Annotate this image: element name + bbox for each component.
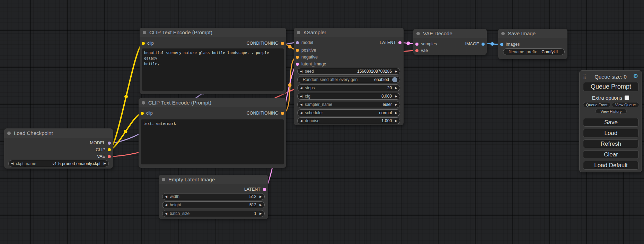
node-empty-latent-image[interactable]: Empty Latent Image LATENT ◀ width 512 ▶ … (159, 175, 268, 219)
widget-value: 1.000 (381, 118, 392, 123)
node-title-bar[interactable]: KSampler (294, 28, 404, 37)
gear-icon[interactable]: ⚙ (633, 73, 638, 79)
input-label: latent_image (301, 62, 326, 66)
decrement-arrow-icon[interactable]: ◀ (300, 87, 302, 90)
widget-value: v1-5-pruned-emaonly.ckpt (53, 161, 101, 166)
decrement-arrow-icon[interactable]: ◀ (300, 111, 302, 115)
input-label: samples (421, 42, 437, 46)
collapse-dot-icon[interactable] (143, 31, 146, 34)
port-model-output[interactable] (108, 142, 111, 145)
port-clip-input[interactable] (142, 42, 145, 45)
node-title-bar[interactable]: Save Image (498, 29, 567, 38)
link-dot (288, 83, 292, 87)
collapse-dot-icon[interactable] (7, 132, 11, 135)
decrement-arrow-icon[interactable]: ◀ (300, 70, 302, 73)
random-seed-widget[interactable]: Random seed after every gen enabled (297, 76, 400, 83)
queue-front-button[interactable]: Queue Front (583, 102, 610, 107)
port-vae-input[interactable] (415, 49, 418, 52)
increment-arrow-icon[interactable]: ▶ (259, 204, 262, 207)
ckpt-name-widget[interactable]: ◀ ckpt_name v1-5-pruned-emaonly.ckpt ▶ (8, 160, 109, 167)
positive-prompt-textarea[interactable]: beautiful scenery nature glass bottle la… (142, 48, 284, 91)
port-conditioning-output[interactable] (281, 42, 284, 45)
node-title-bar[interactable]: VAE Decode (413, 29, 487, 38)
port-clip-output[interactable] (108, 148, 111, 151)
decrement-arrow-icon[interactable]: ◀ (300, 119, 302, 123)
load-default-button[interactable]: Load Default (583, 161, 639, 170)
scheduler-widget[interactable]: ◀ scheduler normal ▶ (297, 109, 400, 116)
steps-widget[interactable]: ◀ steps 20 ▶ (297, 84, 400, 91)
collapse-dot-icon[interactable] (142, 101, 145, 105)
port-image-output[interactable] (482, 43, 485, 46)
node-vae-decode[interactable]: VAE Decode samples IMAGE vae (413, 29, 487, 55)
collapse-dot-icon[interactable] (297, 31, 300, 34)
view-queue-button[interactable]: View Queue (612, 102, 639, 107)
node-title-bar[interactable]: Load Checkpoint (4, 128, 113, 138)
increment-arrow-icon[interactable]: ▶ (395, 119, 397, 123)
port-latent-image-input[interactable] (296, 63, 299, 66)
view-history-button[interactable]: View History (596, 109, 627, 114)
increment-arrow-icon[interactable]: ▶ (259, 195, 262, 198)
port-conditioning-output[interactable] (281, 112, 284, 115)
port-negative-input[interactable] (296, 56, 299, 59)
widget-value: 512 (249, 194, 256, 199)
collapse-dot-icon[interactable] (162, 178, 165, 181)
increment-arrow-icon[interactable]: ▶ (395, 70, 397, 73)
input-label: clip (147, 41, 154, 46)
port-vae-output[interactable] (108, 155, 111, 158)
increment-arrow-icon[interactable]: ▶ (104, 162, 106, 165)
refresh-button[interactable]: Refresh (583, 139, 639, 148)
decrement-arrow-icon[interactable]: ◀ (11, 162, 14, 165)
output-label: MODEL (90, 141, 105, 145)
increment-arrow-icon[interactable]: ▶ (395, 87, 397, 90)
port-samples-input[interactable] (415, 43, 418, 46)
save-button[interactable]: Save (583, 118, 639, 127)
node-save-image[interactable]: Save Image images filename_prefix ComfyU… (498, 29, 567, 59)
increment-arrow-icon[interactable]: ▶ (395, 95, 397, 98)
seed-toggle-icon[interactable] (392, 77, 397, 82)
collapse-dot-icon[interactable] (416, 32, 420, 35)
width-widget[interactable]: ◀ width 512 ▶ (162, 193, 265, 200)
port-model-input[interactable] (296, 41, 299, 44)
port-latent-output[interactable] (398, 41, 402, 44)
denoise-widget[interactable]: ◀ denoise 1.000 ▶ (297, 117, 400, 124)
widget-value: normal (379, 110, 392, 115)
node-clip-text-encode-positive[interactable]: CLIP Text Encode (Prompt) clip CONDITION… (140, 28, 286, 94)
height-widget[interactable]: ◀ height 512 ▶ (162, 201, 265, 208)
filename-prefix-widget[interactable]: filename_prefix ComfyUI (503, 48, 565, 55)
batch-size-widget[interactable]: ◀ batch_size 1 ▶ (162, 210, 265, 217)
clear-button[interactable]: Clear (583, 150, 639, 159)
widget-label: filename_prefix (509, 49, 541, 54)
seed-widget[interactable]: ◀ seed 156680208700286 ▶ (297, 68, 400, 75)
node-clip-text-encode-negative[interactable]: CLIP Text Encode (Prompt) clip CONDITION… (139, 98, 286, 168)
widget-value: ComfyUI (541, 49, 558, 54)
port-clip-input[interactable] (141, 112, 144, 115)
increment-arrow-icon[interactable]: ▶ (395, 111, 397, 115)
cfg-widget[interactable]: ◀ cfg 8.000 ▶ (297, 93, 400, 100)
node-title-bar[interactable]: CLIP Text Encode (Prompt) (139, 98, 286, 107)
node-ksampler[interactable]: KSampler model LATENT positive negative … (294, 28, 404, 125)
decrement-arrow-icon[interactable]: ◀ (300, 95, 302, 98)
queue-prompt-button[interactable]: Queue Prompt (583, 82, 639, 91)
increment-arrow-icon[interactable]: ▶ (259, 212, 262, 215)
decrement-arrow-icon[interactable]: ◀ (165, 195, 167, 198)
negative-prompt-textarea[interactable]: text, watermark (141, 119, 284, 164)
decrement-arrow-icon[interactable]: ◀ (165, 204, 167, 207)
extra-options-checkbox[interactable] (625, 96, 629, 100)
increment-arrow-icon[interactable]: ▶ (395, 103, 397, 106)
input-label: clip (146, 111, 153, 116)
decrement-arrow-icon[interactable]: ◀ (165, 212, 167, 215)
output-label: LATENT (244, 187, 261, 192)
input-label: vae (421, 48, 428, 53)
port-images-input[interactable] (500, 43, 503, 46)
decrement-arrow-icon[interactable]: ◀ (300, 103, 302, 106)
collapse-dot-icon[interactable] (501, 32, 505, 35)
widget-label: height (170, 202, 249, 207)
port-positive-input[interactable] (296, 49, 299, 52)
node-load-checkpoint[interactable]: Load Checkpoint MODEL CLIP VAE ◀ ckpt_na… (4, 128, 113, 169)
sampler-name-widget[interactable]: ◀ sampler_name euler ▶ (297, 101, 400, 108)
load-button[interactable]: Load (583, 129, 639, 137)
widget-value: 512 (249, 202, 256, 207)
node-title-bar[interactable]: Empty Latent Image (159, 175, 268, 184)
node-title-bar[interactable]: CLIP Text Encode (Prompt) (140, 28, 286, 37)
port-latent-output[interactable] (263, 188, 266, 191)
